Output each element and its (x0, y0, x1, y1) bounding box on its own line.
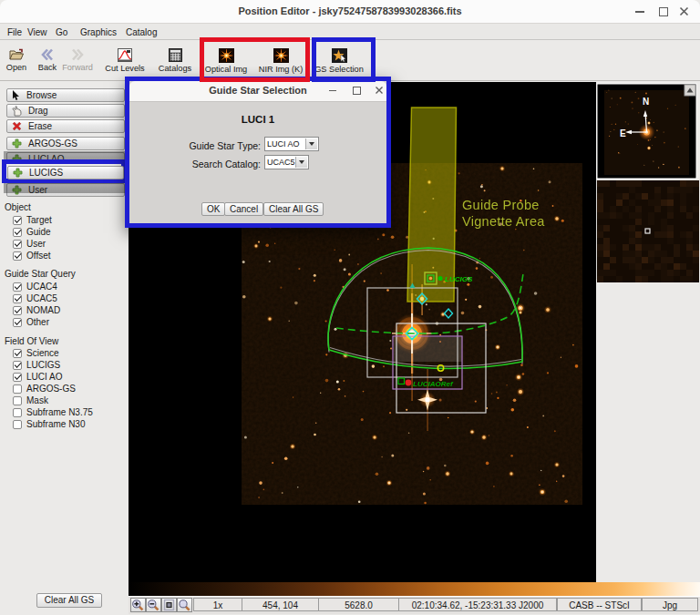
svg-text:N: N (643, 97, 649, 107)
svg-text:Guide Probe: Guide Probe (462, 198, 540, 212)
svg-text:Vignette Area: Vignette Area (462, 214, 545, 229)
svg-text:LUCIGS: LUCIGS (445, 275, 473, 283)
svg-text:E: E (620, 128, 626, 138)
svg-text:LUCIAORef: LUCIAORef (413, 380, 454, 388)
